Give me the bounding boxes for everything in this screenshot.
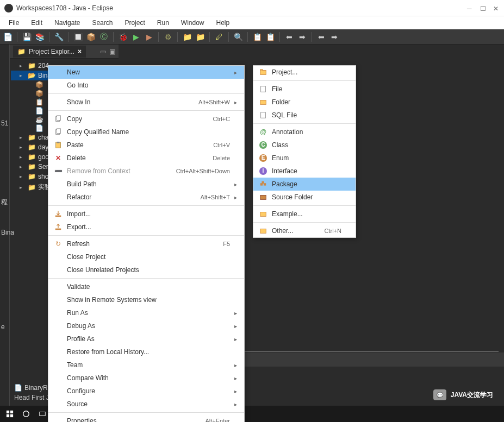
blank-icon [53,180,64,188]
menu-item-team[interactable]: Team▸ [48,358,244,371]
menu-item-other-[interactable]: Other...Ctrl+N [253,224,356,237]
blank-icon [53,295,64,304]
debug-icon[interactable]: 🐞 [117,32,128,42]
menu-item-interface[interactable]: IInterface [253,165,356,178]
menu-separator [48,412,244,413]
class-icon: C [258,141,269,149]
svg-rect-6 [55,216,61,217]
menu-item-close-unrelated-projects[interactable]: Close Unrelated Projects [48,263,244,276]
close-button[interactable]: ✕ [493,5,500,11]
expand-icon[interactable]: ➡ [329,32,340,42]
menu-navigate[interactable]: Navigate [49,17,85,28]
doc-icon: 📄 [14,384,22,392]
menu-item-restore-from-local-history-[interactable]: Restore from Local History... [48,345,244,358]
wechat-icon: 💬 [433,389,446,400]
menu-item-folder[interactable]: Folder [253,96,356,109]
menu-item-refactor[interactable]: RefactorAlt+Shift+T▸ [48,191,244,204]
menu-search[interactable]: Search [86,17,118,28]
bottom-item-2[interactable]: Head First J [11,393,53,402]
import-icon [53,210,64,218]
cortana-icon[interactable] [18,407,34,421]
new-icon[interactable]: 📄 [2,32,13,42]
menu-item-run-as[interactable]: Run As▸ [48,306,244,319]
menu-item-import-[interactable]: Import... [48,207,244,221]
menu-item-show-in-remote-systems-view[interactable]: Show in Remote Systems view [48,293,244,306]
menu-item-build-path[interactable]: Build Path▸ [48,178,244,191]
menu-item-file[interactable]: File [253,83,356,96]
menu-item-source-folder[interactable]: Source Folder [253,191,356,204]
start-button[interactable] [2,407,17,421]
save-all-icon[interactable]: 📚 [34,32,45,42]
menu-item-enum[interactable]: EEnum [253,152,356,165]
other-icon [258,226,269,235]
menu-project[interactable]: Project [119,17,150,28]
svg-rect-22 [10,414,13,417]
eclipse-icon [4,4,13,12]
java-icon: ☕ [35,116,43,123]
enum-icon: E [258,154,269,162]
menu-item-profile-as[interactable]: Profile As▸ [48,332,244,345]
menu-item-project-[interactable]: Project... [253,66,356,79]
collapse-icon[interactable]: ⬅ [316,32,327,42]
menu-item-properties[interactable]: PropertiesAlt+Enter [48,414,244,422]
run-last-icon[interactable]: ▶ [144,32,154,42]
server-icon[interactable]: ⚙ [163,32,173,42]
menu-item-example-[interactable]: Example... [253,207,356,221]
run-icon[interactable]: ▶ [130,32,141,42]
folder-open-icon: 📂 [27,72,36,79]
blank-icon [53,374,64,382]
menu-file[interactable]: File [3,17,24,28]
menu-item-source[interactable]: Source▸ [48,398,244,411]
window-title: Workspaces1708 - Java - Eclipse [16,4,467,12]
nav-icon[interactable]: 📋 [252,32,263,42]
menu-item-export-[interactable]: Export... [48,221,244,234]
package-orange-icon: 📦 [35,90,43,97]
menu-item-copy-qualified-name[interactable]: Copy Qualified Name [48,125,244,138]
class-icon[interactable]: Ⓒ [98,32,109,42]
menu-item-go-into[interactable]: Go Into [48,79,244,92]
menu-item-close-project[interactable]: Close Project [48,250,244,263]
menu-window[interactable]: Window [176,17,210,28]
menu-edit[interactable]: Edit [26,17,48,28]
menu-item-refresh[interactable]: ↻RefreshF5 [48,237,244,250]
menu-item-paste[interactable]: PasteCtrl+V [48,138,244,152]
menu-item-sql-file[interactable]: SQL File [253,109,356,122]
remove-icon: ➖ [53,167,64,175]
nav2-icon[interactable]: 📋 [265,32,276,42]
minimize-button[interactable]: ─ [467,5,474,11]
package-icon[interactable]: 📦 [85,32,96,42]
title-bar: Workspaces1708 - Java - Eclipse ─ ☐ ✕ [0,0,504,16]
maximize-panel-icon[interactable]: ▣ [109,48,115,55]
menu-item-new[interactable]: New▸ [48,66,244,79]
new-class-icon[interactable]: 📁 [195,32,206,42]
panel-tab[interactable]: 📁 Project Explor... × [13,46,86,58]
save-icon[interactable]: 💾 [21,32,32,42]
menu-item-configure[interactable]: Configure▸ [48,385,244,398]
forward-icon[interactable]: ➡ [297,32,308,42]
menu-item-compare-with[interactable]: Compare With▸ [48,371,244,385]
search-icon[interactable]: 🔍 [233,32,244,42]
menu-item-annotation[interactable]: @Annotation [253,125,356,138]
menu-separator [253,222,356,223]
menu-item-class[interactable]: CClass [253,138,356,152]
menu-separator [253,80,356,81]
menu-item-copy[interactable]: CopyCtrl+C [48,112,244,125]
menu-item-delete[interactable]: ✕DeleteDelete [48,152,244,165]
menu-item-debug-as[interactable]: Debug As▸ [48,319,244,332]
menu-help[interactable]: Help [211,17,235,28]
menu-item-show-in[interactable]: Show InAlt+Shift+W▸ [48,96,244,109]
menu-item-package[interactable]: Package [253,178,356,191]
perspective-icon[interactable]: 🔲 [72,32,83,42]
close-icon[interactable]: × [78,48,82,55]
folder-icon: 📁 [27,134,36,141]
minimize-panel-icon[interactable]: ▭ [100,48,106,55]
new-pkg-icon[interactable]: 📁 [182,32,192,42]
bottom-item-1[interactable]: 📄 BinaryR [11,383,53,393]
svg-rect-24 [40,412,46,416]
wand-icon[interactable]: 🖊 [214,32,225,42]
menu-item-validate[interactable]: Validate [48,280,244,293]
maximize-button[interactable]: ☐ [480,5,487,11]
menu-run[interactable]: Run [152,17,175,28]
tool-icon[interactable]: 🔧 [53,32,64,42]
back-icon[interactable]: ⬅ [284,32,295,42]
